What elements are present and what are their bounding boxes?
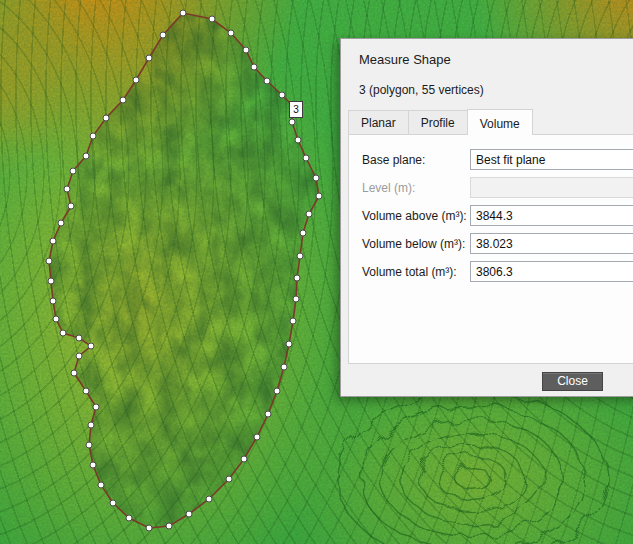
tab-profile[interactable]: Profile: [408, 110, 468, 134]
tab-bar: Planar Profile Volume: [348, 109, 532, 134]
volume-total-row: Volume total (m³):: [362, 261, 633, 282]
volume-below-label: Volume below (m³):: [362, 237, 470, 251]
base-plane-label: Base plane:: [362, 153, 470, 167]
base-plane-input[interactable]: [470, 149, 633, 170]
volume-above-label: Volume above (m³):: [362, 209, 470, 223]
volume-total-label: Volume total (m³):: [362, 265, 470, 279]
level-label: Level (m):: [362, 181, 470, 195]
close-button[interactable]: Close: [542, 372, 603, 391]
dialog-title: Measure Shape: [359, 52, 451, 67]
level-row: Level (m):: [362, 177, 633, 198]
shape-number-tag: 3: [289, 101, 303, 118]
level-input: [470, 177, 633, 198]
volume-total-input[interactable]: [470, 261, 633, 282]
tab-volume[interactable]: Volume: [467, 109, 533, 135]
app-window: 3 Measure Shape 3 (polygon, 55 vertices)…: [0, 0, 633, 544]
volume-tab-panel: Base plane: Level (m): Volume above (m³)…: [348, 134, 633, 364]
volume-below-input[interactable]: [470, 233, 633, 254]
tab-planar[interactable]: Planar: [348, 110, 409, 134]
base-plane-row: Base plane:: [362, 149, 633, 170]
volume-above-row: Volume above (m³):: [362, 205, 633, 226]
measure-shape-dialog: Measure Shape 3 (polygon, 55 vertices) P…: [340, 38, 633, 397]
volume-above-input[interactable]: [470, 205, 633, 226]
volume-below-row: Volume below (m³):: [362, 233, 633, 254]
shape-summary: 3 (polygon, 55 vertices): [359, 83, 484, 97]
